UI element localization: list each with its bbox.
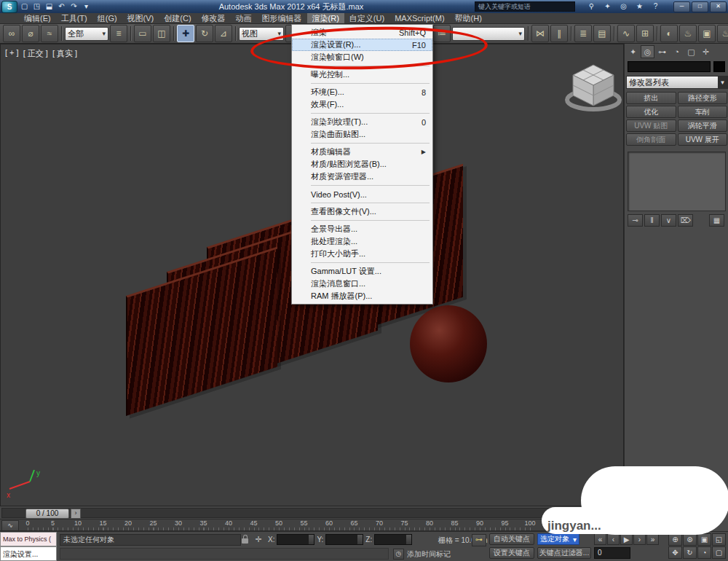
search-go-icon[interactable]: ⚲ (586, 1, 597, 12)
unlink-selection-icon[interactable]: ⌀ (22, 25, 39, 42)
set-key-icon[interactable]: ⊶ (472, 534, 486, 546)
menu-item-material-explorer[interactable]: 材质资源管理器... (292, 170, 432, 183)
menu-item-render-setup[interactable]: 渲染设置(R)...F10 (292, 39, 432, 51)
menu-item-panorama-exporter[interactable]: 全景导出器... (292, 223, 432, 235)
rendered-frame-window-icon[interactable]: ▣ (698, 25, 716, 42)
save-file-icon[interactable]: ⬓ (44, 1, 55, 12)
scene-sphere[interactable] (410, 305, 487, 382)
auto-key-button[interactable]: 自动关键点 (489, 533, 534, 545)
undo-icon[interactable]: ↶ (56, 1, 67, 12)
panel-tab-display[interactable]: ▢ (684, 45, 698, 58)
menu-item-material-map-browser[interactable]: 材质/贴图浏览器(B)... (292, 158, 432, 170)
menubar-item-modifiers[interactable]: 修改器 (197, 13, 231, 23)
previous-frame-button[interactable]: ‹ (607, 533, 620, 545)
close-button[interactable]: ✕ (710, 1, 727, 12)
show-end-result-icon[interactable]: ‖ (644, 214, 660, 227)
panel-tab-modify[interactable]: ◎ (641, 45, 654, 58)
schematic-view-icon[interactable]: ⊞ (636, 25, 654, 42)
modifier-button-lathe[interactable]: 车削 (678, 106, 728, 118)
menubar-item-create[interactable]: 创建(C) (159, 13, 196, 23)
select-and-scale-icon[interactable]: ⊿ (215, 25, 232, 42)
menu-item-environment[interactable]: 环境(E)...8 (292, 86, 432, 98)
maxscript-listener-script-line[interactable]: 渲染设置... (0, 546, 57, 561)
favorites-icon[interactable]: ★ (634, 1, 645, 12)
subscription-center-icon[interactable]: ✦ (602, 1, 613, 12)
zoom-region-button[interactable]: ◱ (712, 533, 726, 546)
zoom-button[interactable]: ⊕ (668, 533, 682, 546)
object-name-field[interactable] (628, 61, 711, 72)
select-and-rotate-icon[interactable]: ↻ (196, 25, 213, 42)
panel-tab-motion[interactable]: ◔ (670, 45, 684, 58)
panel-tab-utilities[interactable]: ✛ (699, 45, 713, 58)
curve-editor-icon[interactable]: ∿ (617, 25, 635, 42)
graphite-modeling-tools-icon[interactable]: ▤ (593, 25, 611, 42)
menu-item-exposure-control[interactable]: 曝光控制... (292, 68, 432, 81)
absolute-mode-icon[interactable]: ✛ (253, 534, 264, 544)
key-selection-set-dropdown[interactable]: 选定对象 ▾ (537, 533, 579, 545)
modifier-button-turbosmooth[interactable]: 涡轮平滑 (678, 119, 728, 132)
select-by-name-icon[interactable]: ≡ (110, 25, 127, 42)
modifier-button-unwrap-uvw[interactable]: UVW 展开 (678, 133, 728, 146)
menu-item-batch-render[interactable]: 批处理渲染... (292, 235, 432, 248)
menu-item-render[interactable]: 渲染Shift+Q (292, 26, 432, 39)
help-icon[interactable]: ? (650, 1, 661, 12)
rectangular-selection-region-icon[interactable]: ▭ (134, 25, 151, 42)
menubar-item-group[interactable]: 组(G) (92, 13, 122, 23)
current-frame-input[interactable]: 0 (594, 547, 630, 559)
modifier-list-dropdown[interactable]: 修改器列表 ▼ (626, 76, 728, 89)
make-unique-icon[interactable]: ∨ (661, 214, 676, 227)
minimize-button[interactable]: ─ (673, 1, 690, 12)
menu-item-render-to-texture[interactable]: 渲染到纹理(T)...0 (292, 116, 432, 128)
viewport-general-menu[interactable]: [ + ] (5, 48, 19, 59)
render-production-icon[interactable]: ♨ (717, 25, 728, 42)
edit-named-selection-sets-icon[interactable]: ≔ (433, 25, 451, 42)
modifier-button-extrude[interactable]: 挤出 (626, 92, 676, 104)
menubar-item-maxscript[interactable]: MAXScript(M) (389, 13, 449, 23)
menu-item-print-size-assistant[interactable]: 打印大小助手... (292, 248, 432, 260)
zoom-all-button[interactable]: ⊛ (683, 533, 697, 546)
next-frame-button[interactable]: › (633, 533, 646, 545)
selection-lock-icon[interactable] (242, 538, 248, 544)
quick-access-more-icon[interactable]: ▾ (81, 1, 92, 12)
scene-box-front[interactable] (126, 246, 277, 416)
menu-item-effects[interactable]: 效果(F)... (292, 98, 432, 111)
maxscript-listener-macro-line[interactable]: Max to Physics ( (0, 532, 57, 546)
pan-view-button[interactable]: ✥ (668, 546, 682, 559)
select-and-move-icon[interactable]: ✚ (177, 25, 194, 42)
menubar-item-views[interactable]: 视图(V) (122, 13, 159, 23)
menu-item-render-message-window[interactable]: 渲染消息窗口... (292, 278, 432, 290)
zoom-extents-all-button[interactable]: ▣ (697, 533, 711, 546)
viewport-pov-menu[interactable]: [ 正交 ] (23, 48, 48, 59)
named-selection-sets-dropdown[interactable]: ▾ (452, 27, 525, 41)
go-to-end-button[interactable]: » (646, 533, 659, 545)
modifier-button-path-deform[interactable]: 路径变形 (678, 92, 728, 104)
menubar-item-rendering[interactable]: 渲染(R) (307, 13, 344, 23)
maximize-viewport-toggle-button[interactable]: ▢ (712, 546, 726, 559)
play-animation-button[interactable]: ▶ (620, 533, 633, 545)
menu-item-render-surface-map[interactable]: 渲染曲面贴图... (292, 128, 432, 141)
go-to-start-button[interactable]: « (594, 533, 606, 545)
z-coordinate-input[interactable] (374, 534, 412, 545)
viewport-shading-menu[interactable]: [ 真实 ] (52, 48, 77, 59)
time-slider-handle[interactable]: 0 / 100 (25, 509, 69, 519)
menu-item-video-post[interactable]: Video Post(V)... (292, 188, 432, 200)
time-slider-track[interactable]: 0 / 100 › (1, 508, 622, 518)
orbit-viewport-button[interactable]: ↻ (683, 546, 697, 559)
select-and-link-icon[interactable]: ∞ (3, 25, 20, 42)
object-color-swatch[interactable] (713, 61, 725, 72)
new-scene-icon[interactable]: ▢ (19, 1, 30, 12)
redo-icon[interactable]: ↷ (68, 1, 79, 12)
search-input[interactable]: 键入关键字或短语 (475, 1, 575, 12)
menubar-item-edit[interactable]: 编辑(E) (19, 13, 56, 23)
modifier-button-optimize[interactable]: 优化 (626, 106, 676, 118)
next-frame-arrow[interactable]: › (71, 509, 81, 519)
key-filters-button[interactable]: 关键点过滤器... (537, 547, 591, 559)
add-time-tag[interactable]: ◷ 添加时间标记 (393, 549, 451, 560)
menubar-item-tools[interactable]: 工具(T) (56, 13, 92, 23)
panel-tab-hierarchy[interactable]: ⊶ (655, 45, 669, 58)
field-of-view-button[interactable]: ◔ (697, 546, 711, 559)
material-editor-icon[interactable]: ◐ (660, 25, 678, 42)
set-key-button[interactable]: 设置关键点 (489, 547, 534, 559)
menu-item-ram-player[interactable]: RAM 播放器(P)... (292, 290, 432, 302)
menubar-item-help[interactable]: 帮助(H) (450, 13, 487, 23)
